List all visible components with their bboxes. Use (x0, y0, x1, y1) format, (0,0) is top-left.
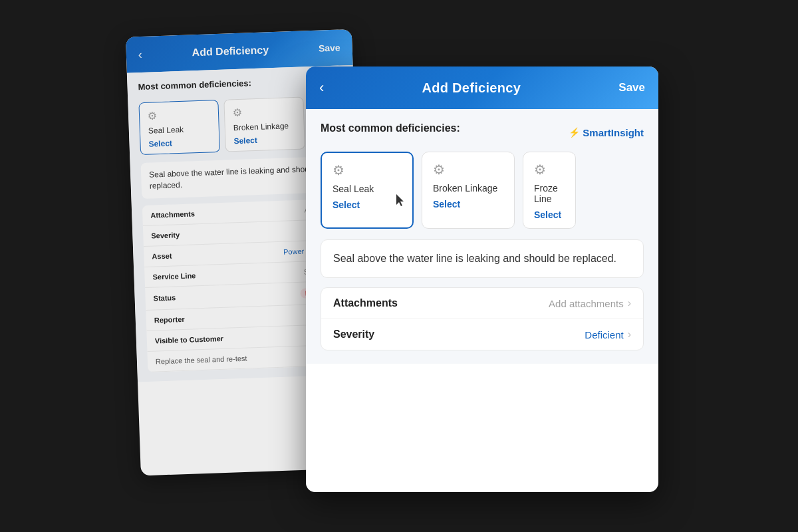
chevron-icon-severity: › (628, 329, 631, 340)
gear-icon-broken-linkage: ⚙ (433, 162, 503, 178)
bg-section-label: Most common deficiencies: (138, 78, 251, 92)
bg-def-name-1: Seal Leak (148, 124, 211, 135)
smart-insight-button[interactable]: ⚡ SmartInsight (569, 127, 644, 138)
chevron-icon-attachments: › (628, 297, 631, 309)
def-name-frozen-line: FrozeLine (534, 183, 565, 204)
gear-icon-seal-leak: ⚙ (332, 162, 402, 178)
bg-def-card-seal-leak[interactable]: ⚙ Seal Leak Select (138, 100, 220, 155)
fg-severity-row[interactable]: Severity Deficient › (321, 319, 643, 350)
fg-body: Most common deficiencies: ⚡ SmartInsight… (306, 109, 658, 364)
fg-attachments-value: Add attachments › (549, 297, 631, 309)
bolt-icon: ⚡ (569, 127, 580, 138)
gear-icon: ⚙ (148, 107, 211, 122)
gear-icon-frozen-line: ⚙ (534, 162, 565, 178)
bg-save-button[interactable]: Save (319, 43, 340, 54)
select-broken-linkage[interactable]: Select (433, 199, 503, 209)
fg-back-button[interactable]: ‹ (319, 80, 324, 95)
fg-severity-label: Severity (333, 329, 374, 340)
foreground-card: ‹ Add Deficiency Save Most common defici… (306, 66, 658, 492)
select-seal-leak[interactable]: Select (332, 200, 402, 210)
smart-insight-label: SmartInsight (583, 127, 644, 138)
fg-title: Add Deficiency (422, 80, 521, 96)
def-name-seal-leak: Seal Leak (332, 184, 402, 194)
scene: ‹ Add Deficiency Save Most common defici… (126, 27, 672, 505)
mouse-cursor (396, 194, 406, 207)
fg-section-label: Most common deficiencies: (321, 122, 460, 134)
fg-severity-value: Deficient › (585, 329, 631, 340)
bg-def-card-broken-linkage[interactable]: ⚙ Broken Linkage Select (223, 97, 305, 152)
fg-save-button[interactable]: Save (618, 81, 645, 94)
def-card-frozen-line[interactable]: ⚙ FrozeLine Select (523, 152, 576, 229)
fg-severity-text: Deficient (585, 329, 623, 340)
fg-description-box: Seal above the water line is leaking and… (321, 239, 644, 278)
fg-attachments-row[interactable]: Attachments Add attachments › (321, 288, 643, 319)
bg-title: Add Deficiency (192, 44, 269, 59)
def-name-broken-linkage: Broken Linkage (433, 183, 503, 194)
fg-description-text: Seal above the water line is leaking and… (333, 251, 631, 267)
gear-icon-2: ⚙ (233, 104, 296, 119)
bg-select-2[interactable]: Select (233, 134, 296, 146)
fg-header: ‹ Add Deficiency Save (306, 66, 658, 109)
def-card-broken-linkage[interactable]: ⚙ Broken Linkage Select (422, 152, 515, 229)
fg-attachments-text: Add attachments (549, 298, 624, 309)
fg-deficiency-cards: ⚙ Seal Leak Select ⚙ Broken Linkage Sele… (321, 152, 644, 229)
fg-form-section: Attachments Add attachments › Severity D… (321, 287, 644, 350)
bg-def-name-2: Broken Linkage (233, 121, 296, 132)
def-card-seal-leak[interactable]: ⚙ Seal Leak Select (321, 152, 414, 229)
fg-attachments-label: Attachments (333, 297, 398, 309)
bg-back-button[interactable]: ‹ (138, 49, 143, 61)
bg-select-1[interactable]: Select (148, 137, 211, 148)
select-frozen-line[interactable]: Select (534, 209, 565, 220)
